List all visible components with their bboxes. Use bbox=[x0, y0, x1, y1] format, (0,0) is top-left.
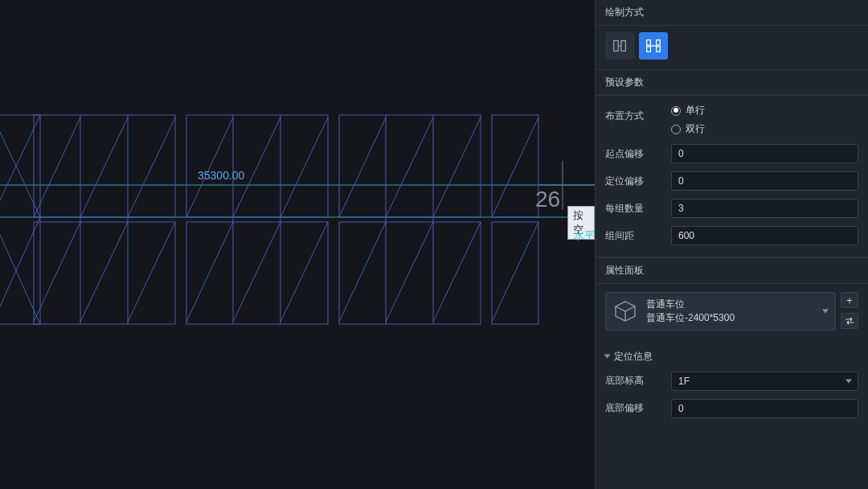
svg-line-33 bbox=[339, 117, 386, 217]
position-section-toggle[interactable]: 定位信息 bbox=[596, 342, 868, 370]
component-detail: 普通车位-2400*5300 bbox=[646, 311, 735, 325]
svg-line-24 bbox=[233, 117, 280, 217]
component-selector[interactable]: 普通车位 普通车位-2400*5300 bbox=[605, 292, 836, 331]
component-name: 普通车位 bbox=[646, 298, 735, 311]
add-component-button[interactable]: + bbox=[841, 292, 858, 308]
mode-single-icon[interactable] bbox=[605, 32, 634, 60]
group-count-label: 每组数量 bbox=[605, 202, 671, 216]
pos-offset-label: 定位偏移 bbox=[605, 175, 671, 188]
svg-line-15 bbox=[128, 117, 175, 217]
svg-rect-43 bbox=[614, 41, 619, 51]
svg-line-28 bbox=[280, 222, 328, 322]
pos-offset-input[interactable] bbox=[671, 171, 858, 191]
svg-line-36 bbox=[339, 222, 386, 322]
svg-rect-48 bbox=[657, 40, 661, 45]
svg-line-35 bbox=[433, 117, 481, 217]
radio-double-row[interactable]: 双行 bbox=[671, 122, 705, 136]
side-panel: 绘制方式 预设参数 布置方式 单行 双行 bbox=[595, 0, 868, 489]
svg-rect-46 bbox=[647, 40, 651, 45]
start-offset-label: 起点偏移 bbox=[605, 147, 671, 161]
position-section-label: 定位信息 bbox=[614, 350, 653, 364]
radio-checked-icon bbox=[671, 106, 681, 116]
svg-rect-30 bbox=[339, 222, 481, 324]
svg-rect-44 bbox=[621, 41, 626, 51]
svg-rect-20 bbox=[186, 222, 328, 324]
bottom-offset-label: 底部偏移 bbox=[605, 401, 671, 415]
svg-line-37 bbox=[386, 222, 433, 322]
props-header: 属性面板 bbox=[596, 257, 868, 284]
bottom-level-label: 底部标高 bbox=[605, 374, 671, 388]
svg-line-23 bbox=[186, 117, 233, 217]
svg-line-25 bbox=[280, 117, 328, 217]
radio-single-label: 单行 bbox=[686, 104, 705, 117]
svg-line-26 bbox=[186, 222, 233, 322]
dimension-label: 35300.00 bbox=[198, 169, 244, 182]
props-body: 普通车位 普通车位-2400*5300 + bbox=[596, 284, 868, 342]
svg-rect-49 bbox=[657, 47, 661, 51]
svg-line-16 bbox=[34, 222, 80, 322]
svg-rect-10 bbox=[34, 222, 175, 324]
group-gap-input[interactable] bbox=[671, 226, 858, 245]
bottom-offset-input[interactable] bbox=[671, 399, 858, 418]
svg-rect-47 bbox=[647, 47, 651, 51]
app-root: 35300.00 26 按空 水平 绘制方式 预设参数 布置方式 单行 bbox=[0, 0, 868, 489]
horizontal-label: 水平 bbox=[574, 228, 595, 243]
svg-line-38 bbox=[433, 222, 481, 322]
radio-double-label: 双行 bbox=[686, 122, 705, 136]
draw-mode-icons bbox=[596, 26, 868, 70]
drawing-canvas bbox=[0, 0, 595, 489]
svg-line-42 bbox=[492, 222, 538, 322]
preset-header: 预设参数 bbox=[596, 70, 868, 96]
group-gap-label: 组间距 bbox=[605, 229, 671, 243]
group-count-input[interactable] bbox=[671, 199, 858, 218]
svg-line-17 bbox=[80, 222, 128, 322]
radio-unchecked-icon bbox=[671, 125, 681, 134]
radio-single-row[interactable]: 单行 bbox=[671, 104, 705, 117]
bottom-level-select[interactable]: 1F bbox=[671, 372, 858, 391]
svg-line-34 bbox=[386, 117, 433, 217]
swap-component-button[interactable] bbox=[841, 313, 858, 329]
svg-line-41 bbox=[492, 117, 538, 217]
svg-line-18 bbox=[128, 222, 175, 322]
svg-line-14 bbox=[80, 117, 128, 217]
cube-icon bbox=[612, 298, 638, 324]
count-number: 26 bbox=[535, 187, 560, 212]
start-offset-input[interactable] bbox=[671, 144, 858, 163]
layout-label: 布置方式 bbox=[605, 104, 671, 123]
mode-double-icon[interactable] bbox=[639, 32, 668, 60]
position-section-body: 底部标高 1F 底部偏移 bbox=[596, 370, 868, 429]
svg-line-27 bbox=[233, 222, 280, 322]
draw-mode-header: 绘制方式 bbox=[596, 0, 868, 26]
preset-body: 布置方式 单行 双行 起点偏移 定位偏移 bbox=[596, 96, 868, 257]
canvas-area[interactable]: 35300.00 26 按空 水平 bbox=[0, 0, 595, 489]
svg-line-13 bbox=[34, 117, 80, 217]
chevron-down-icon bbox=[604, 355, 611, 359]
